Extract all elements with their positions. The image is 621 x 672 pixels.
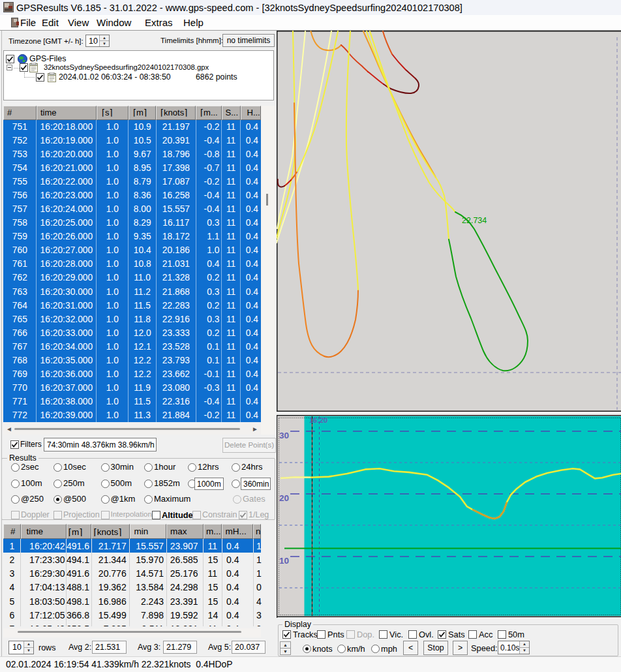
svg-text:16:20: 16:20	[309, 416, 327, 424]
svg-text:20: 20	[279, 493, 289, 503]
svg-text:10: 10	[279, 556, 289, 566]
svg-text:22.734: 22.734	[462, 216, 487, 225]
svg-text:30: 30	[279, 431, 289, 440]
